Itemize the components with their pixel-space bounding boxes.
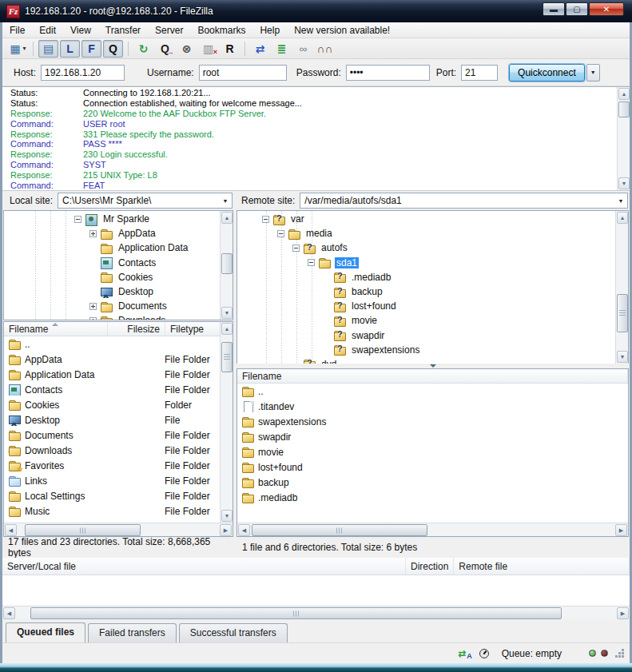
file-row-links[interactable]: LinksFile Folder	[4, 473, 219, 488]
file-row-music[interactable]: MusicFile Folder	[4, 503, 219, 519]
column-filename[interactable]: Filename	[4, 322, 108, 336]
cancel-icon[interactable]: ⊗	[177, 40, 197, 58]
file-row-documents[interactable]: DocumentsFile Folder	[4, 427, 219, 443]
local-site-combo[interactable]: C:\Users\Mr Sparkle\ ▼	[58, 193, 233, 209]
menu-new-version[interactable]: New version available!	[287, 23, 397, 38]
remote-tree-scroll-thumb[interactable]	[617, 294, 628, 332]
maximize-button[interactable]: ▢	[566, 2, 588, 16]
tab-queued-files[interactable]: Queued files	[6, 622, 85, 642]
toggle-local-tree-icon[interactable]: L	[60, 40, 80, 58]
scroll-left-icon[interactable]: ◀	[5, 524, 17, 536]
tree-item-mediadb[interactable]: ?.mediadb	[237, 270, 614, 284]
file-row-lost-found[interactable]: lost+found	[237, 459, 628, 475]
remote-list-hscroll-thumb[interactable]	[252, 524, 427, 536]
directory-comparison-icon[interactable]: ∞	[293, 40, 313, 58]
file-row-mediadb[interactable]: .mediadb	[237, 490, 628, 505]
menu-edit[interactable]: Edit	[32, 23, 63, 38]
file-row-downloads[interactable]: ↓DownloadsFile Folder	[4, 443, 219, 458]
tree-item-lost-found[interactable]: ?lost+found	[237, 299, 614, 313]
local-list-scrollbar[interactable]: ▲ ▼	[220, 322, 233, 523]
file-row-application-data[interactable]: Application DataFile Folder	[4, 367, 219, 382]
collapse-icon[interactable]	[74, 216, 81, 223]
queue-hscroll-thumb[interactable]	[30, 607, 562, 619]
site-manager-icon[interactable]: ▦▾	[8, 40, 28, 58]
menu-bookmarks[interactable]: Bookmarks	[190, 23, 252, 38]
local-tree-scrollbar[interactable]: ▲ ▼	[220, 211, 233, 320]
synchronized-browsing-icon[interactable]: ⇄	[250, 40, 270, 58]
file-row-desktop[interactable]: DesktopFile	[4, 412, 219, 427]
scroll-up-icon[interactable]: ▲	[618, 88, 630, 100]
tab-successful-transfers[interactable]: Successful transfers	[179, 623, 288, 642]
queue-hscrollbar[interactable]: ◀ ▶	[2, 606, 630, 619]
file-row-swapdir[interactable]: swapdir	[237, 429, 628, 444]
menu-server[interactable]: Server	[148, 23, 190, 38]
resize-grip[interactable]	[615, 649, 625, 658]
file-row-backup[interactable]: backup	[237, 475, 628, 490]
collapse-icon[interactable]	[277, 230, 284, 237]
host-input[interactable]	[41, 65, 125, 81]
minimize-button[interactable]: ▬	[543, 2, 565, 16]
tree-item-mr-sparkle[interactable]: Mr Sparkle	[4, 212, 219, 226]
file-row-contacts[interactable]: ContactsFile Folder	[4, 382, 219, 397]
local-list-hscroll-thumb[interactable]	[25, 524, 141, 536]
log-scrollbar[interactable]: ▲ ▼	[617, 87, 630, 190]
dropdown-caret-icon[interactable]: ▾	[23, 45, 26, 52]
collapse-icon[interactable]	[262, 216, 269, 223]
log-scroll-thumb[interactable]	[618, 101, 630, 117]
scroll-down-icon[interactable]: ▼	[221, 307, 233, 319]
scroll-left-icon[interactable]: ◀	[3, 607, 15, 619]
file-row-favorites[interactable]: ★FavoritesFile Folder	[4, 458, 219, 473]
chevron-down-icon[interactable]: ▼	[219, 193, 232, 208]
remote-tree-scrollbar[interactable]: ▲ ▼	[615, 211, 628, 364]
column-server-local-file[interactable]: Server/Local file	[2, 558, 406, 575]
local-list-hscrollbar[interactable]: ◀ ▶	[4, 523, 233, 536]
column-filesize[interactable]: Filesize	[108, 322, 165, 336]
username-input[interactable]	[199, 65, 287, 81]
scroll-right-icon[interactable]: ▶	[220, 524, 232, 536]
find-files-icon[interactable]: ∩∩	[315, 40, 335, 58]
scroll-left-icon[interactable]: ◀	[238, 524, 250, 536]
collapse-icon[interactable]	[308, 259, 315, 266]
file-row-item[interactable]: ..	[4, 336, 219, 352]
reconnect-icon[interactable]: R	[220, 40, 240, 58]
remote-site-combo[interactable]: /var/media/autofs/sda1 ▼	[300, 193, 628, 209]
tree-item-movie[interactable]: ?movie	[237, 313, 614, 328]
scroll-down-icon[interactable]: ▼	[617, 351, 628, 363]
tab-failed-transfers[interactable]: Failed transfers	[88, 623, 177, 642]
tree-item-autofs[interactable]: ?autofs	[237, 241, 614, 255]
column-filename[interactable]: Filename	[237, 369, 628, 383]
tree-item-downloads[interactable]: ↓Downloads	[4, 313, 219, 320]
scroll-right-icon[interactable]: ▶	[615, 524, 627, 536]
scroll-right-icon[interactable]: ▶	[617, 607, 629, 619]
menu-transfer[interactable]: Transfer	[98, 23, 148, 38]
port-input[interactable]	[461, 65, 498, 81]
password-input[interactable]	[346, 65, 430, 81]
file-row-item[interactable]: ..	[237, 384, 628, 399]
tree-item-documents[interactable]: Documents	[4, 299, 219, 313]
tree-item-sda1[interactable]: sda1	[237, 256, 614, 270]
menu-help[interactable]: Help	[252, 23, 287, 38]
toggle-remote-tree-icon[interactable]: F	[81, 40, 101, 58]
tree-item-var[interactable]: ?var	[237, 212, 614, 226]
local-list-scroll-thumb[interactable]	[221, 342, 233, 372]
tree-item-appdata[interactable]: AppData	[4, 226, 219, 241]
toggle-message-log-icon[interactable]: ▤	[38, 40, 58, 58]
process-queue-icon[interactable]: Q→	[155, 40, 175, 58]
file-row-movie[interactable]: movie	[237, 444, 628, 459]
file-row-local-settings[interactable]: Local SettingsFile Folder	[4, 488, 219, 503]
file-row-swapextensions[interactable]: swapextensions	[237, 414, 628, 429]
toggle-queue-icon[interactable]: Q	[103, 40, 123, 58]
scroll-down-icon[interactable]: ▼	[221, 510, 233, 522]
scroll-up-icon[interactable]: ▲	[221, 212, 233, 224]
tree-item-cookies[interactable]: Cookies	[4, 270, 219, 284]
expand-icon[interactable]	[89, 303, 97, 310]
menu-file[interactable]: File	[2, 23, 32, 38]
refresh-icon[interactable]: ↻	[133, 40, 153, 58]
disconnect-icon[interactable]: ▥×	[198, 40, 218, 58]
file-row-cookies[interactable]: CookiesFolder	[4, 397, 219, 412]
file-row-titandev[interactable]: .titandev	[237, 399, 628, 414]
expand-icon[interactable]	[89, 230, 97, 237]
quickconnect-dropdown-icon[interactable]: ▼	[586, 64, 600, 82]
close-button[interactable]: ✕	[589, 2, 624, 16]
tree-item-contacts[interactable]: Contacts	[4, 256, 219, 270]
